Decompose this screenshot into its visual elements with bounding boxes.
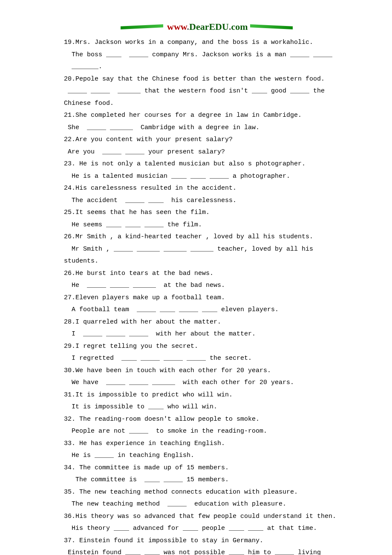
page-container: www.DearEDU.com 19.Mrs. Jackson works in… xyxy=(0,0,392,555)
logo-www: www xyxy=(167,21,187,32)
logo-swoosh-right xyxy=(250,24,293,29)
document-body: 19.Mrs. Jackson works in a company, and … xyxy=(64,37,349,555)
logo-dearedu: DearEDU xyxy=(189,21,229,32)
logo-com: com xyxy=(231,21,248,32)
logo-swoosh-left xyxy=(121,24,163,29)
site-logo: www.DearEDU.com xyxy=(64,21,349,32)
